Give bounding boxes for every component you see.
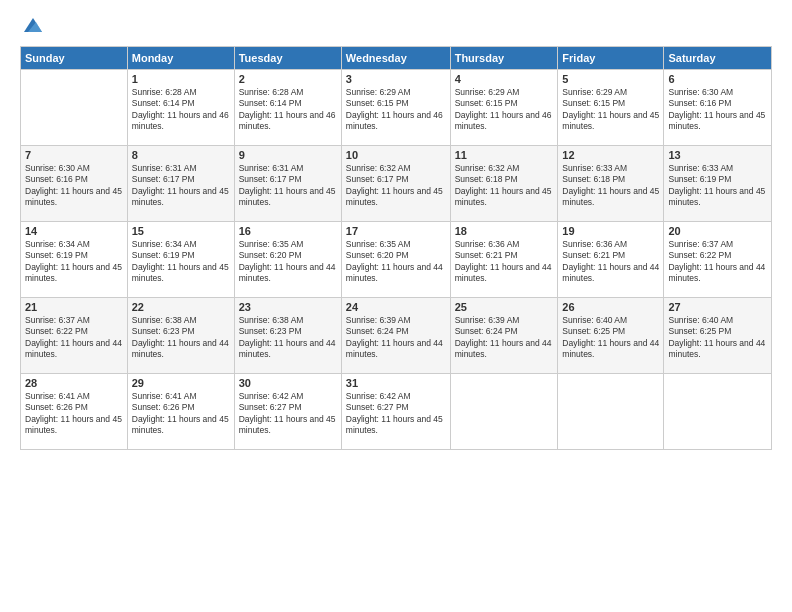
week-row-4: 21Sunrise: 6:37 AMSunset: 6:22 PMDayligh… [21,298,772,374]
cell-date: 27 [668,301,767,313]
cell-date: 29 [132,377,230,389]
cell-info: Sunrise: 6:39 AMSunset: 6:24 PMDaylight:… [455,315,554,361]
cell-date: 11 [455,149,554,161]
cell-date: 13 [668,149,767,161]
day-header-saturday: Saturday [664,47,772,70]
calendar-cell [664,374,772,450]
week-row-3: 14Sunrise: 6:34 AMSunset: 6:19 PMDayligh… [21,222,772,298]
calendar-cell: 6Sunrise: 6:30 AMSunset: 6:16 PMDaylight… [664,70,772,146]
calendar-cell: 4Sunrise: 6:29 AMSunset: 6:15 PMDaylight… [450,70,558,146]
cell-date: 20 [668,225,767,237]
cell-date: 17 [346,225,446,237]
cell-info: Sunrise: 6:42 AMSunset: 6:27 PMDaylight:… [239,391,337,437]
calendar-cell: 29Sunrise: 6:41 AMSunset: 6:26 PMDayligh… [127,374,234,450]
cell-date: 23 [239,301,337,313]
calendar-cell: 21Sunrise: 6:37 AMSunset: 6:22 PMDayligh… [21,298,128,374]
cell-date: 16 [239,225,337,237]
cell-info: Sunrise: 6:37 AMSunset: 6:22 PMDaylight:… [668,239,767,285]
cell-info: Sunrise: 6:30 AMSunset: 6:16 PMDaylight:… [668,87,767,133]
week-row-2: 7Sunrise: 6:30 AMSunset: 6:16 PMDaylight… [21,146,772,222]
cell-info: Sunrise: 6:36 AMSunset: 6:21 PMDaylight:… [455,239,554,285]
cell-date: 2 [239,73,337,85]
cell-info: Sunrise: 6:31 AMSunset: 6:17 PMDaylight:… [239,163,337,209]
cell-date: 18 [455,225,554,237]
calendar-cell: 8Sunrise: 6:31 AMSunset: 6:17 PMDaylight… [127,146,234,222]
cell-date: 14 [25,225,123,237]
day-header-sunday: Sunday [21,47,128,70]
page: SundayMondayTuesdayWednesdayThursdayFrid… [0,0,792,612]
calendar-cell: 14Sunrise: 6:34 AMSunset: 6:19 PMDayligh… [21,222,128,298]
cell-info: Sunrise: 6:36 AMSunset: 6:21 PMDaylight:… [562,239,659,285]
cell-info: Sunrise: 6:41 AMSunset: 6:26 PMDaylight:… [25,391,123,437]
day-header-friday: Friday [558,47,664,70]
calendar-cell: 30Sunrise: 6:42 AMSunset: 6:27 PMDayligh… [234,374,341,450]
cell-info: Sunrise: 6:35 AMSunset: 6:20 PMDaylight:… [239,239,337,285]
calendar-cell: 17Sunrise: 6:35 AMSunset: 6:20 PMDayligh… [341,222,450,298]
cell-date: 5 [562,73,659,85]
cell-info: Sunrise: 6:30 AMSunset: 6:16 PMDaylight:… [25,163,123,209]
cell-date: 4 [455,73,554,85]
calendar-cell: 20Sunrise: 6:37 AMSunset: 6:22 PMDayligh… [664,222,772,298]
cell-date: 10 [346,149,446,161]
calendar-cell: 23Sunrise: 6:38 AMSunset: 6:23 PMDayligh… [234,298,341,374]
logo-icon [22,14,44,36]
calendar-cell: 24Sunrise: 6:39 AMSunset: 6:24 PMDayligh… [341,298,450,374]
cell-date: 12 [562,149,659,161]
cell-info: Sunrise: 6:40 AMSunset: 6:25 PMDaylight:… [668,315,767,361]
cell-date: 25 [455,301,554,313]
calendar-cell: 9Sunrise: 6:31 AMSunset: 6:17 PMDaylight… [234,146,341,222]
week-row-5: 28Sunrise: 6:41 AMSunset: 6:26 PMDayligh… [21,374,772,450]
calendar-cell: 10Sunrise: 6:32 AMSunset: 6:17 PMDayligh… [341,146,450,222]
logo [20,18,44,36]
week-row-1: 1Sunrise: 6:28 AMSunset: 6:14 PMDaylight… [21,70,772,146]
cell-date: 19 [562,225,659,237]
day-header-thursday: Thursday [450,47,558,70]
cell-date: 21 [25,301,123,313]
calendar-cell: 13Sunrise: 6:33 AMSunset: 6:19 PMDayligh… [664,146,772,222]
day-header-monday: Monday [127,47,234,70]
cell-date: 30 [239,377,337,389]
day-header-wednesday: Wednesday [341,47,450,70]
calendar-cell: 28Sunrise: 6:41 AMSunset: 6:26 PMDayligh… [21,374,128,450]
cell-info: Sunrise: 6:41 AMSunset: 6:26 PMDaylight:… [132,391,230,437]
cell-info: Sunrise: 6:40 AMSunset: 6:25 PMDaylight:… [562,315,659,361]
cell-info: Sunrise: 6:42 AMSunset: 6:27 PMDaylight:… [346,391,446,437]
calendar-cell: 31Sunrise: 6:42 AMSunset: 6:27 PMDayligh… [341,374,450,450]
cell-date: 1 [132,73,230,85]
calendar-cell: 18Sunrise: 6:36 AMSunset: 6:21 PMDayligh… [450,222,558,298]
calendar-table: SundayMondayTuesdayWednesdayThursdayFrid… [20,46,772,450]
calendar-cell: 19Sunrise: 6:36 AMSunset: 6:21 PMDayligh… [558,222,664,298]
cell-info: Sunrise: 6:31 AMSunset: 6:17 PMDaylight:… [132,163,230,209]
calendar-cell [21,70,128,146]
calendar-cell: 25Sunrise: 6:39 AMSunset: 6:24 PMDayligh… [450,298,558,374]
cell-date: 22 [132,301,230,313]
cell-info: Sunrise: 6:28 AMSunset: 6:14 PMDaylight:… [239,87,337,133]
cell-date: 28 [25,377,123,389]
header-row: SundayMondayTuesdayWednesdayThursdayFrid… [21,47,772,70]
header [20,18,772,36]
calendar-cell: 5Sunrise: 6:29 AMSunset: 6:15 PMDaylight… [558,70,664,146]
calendar-cell: 27Sunrise: 6:40 AMSunset: 6:25 PMDayligh… [664,298,772,374]
cell-info: Sunrise: 6:34 AMSunset: 6:19 PMDaylight:… [132,239,230,285]
cell-date: 6 [668,73,767,85]
cell-date: 9 [239,149,337,161]
calendar-cell: 15Sunrise: 6:34 AMSunset: 6:19 PMDayligh… [127,222,234,298]
cell-date: 3 [346,73,446,85]
cell-info: Sunrise: 6:28 AMSunset: 6:14 PMDaylight:… [132,87,230,133]
calendar-cell: 3Sunrise: 6:29 AMSunset: 6:15 PMDaylight… [341,70,450,146]
calendar-cell [450,374,558,450]
calendar-cell: 1Sunrise: 6:28 AMSunset: 6:14 PMDaylight… [127,70,234,146]
cell-info: Sunrise: 6:35 AMSunset: 6:20 PMDaylight:… [346,239,446,285]
cell-info: Sunrise: 6:34 AMSunset: 6:19 PMDaylight:… [25,239,123,285]
cell-info: Sunrise: 6:29 AMSunset: 6:15 PMDaylight:… [346,87,446,133]
calendar-cell [558,374,664,450]
cell-date: 8 [132,149,230,161]
cell-info: Sunrise: 6:29 AMSunset: 6:15 PMDaylight:… [455,87,554,133]
cell-date: 15 [132,225,230,237]
day-header-tuesday: Tuesday [234,47,341,70]
calendar-cell: 26Sunrise: 6:40 AMSunset: 6:25 PMDayligh… [558,298,664,374]
cell-info: Sunrise: 6:33 AMSunset: 6:19 PMDaylight:… [668,163,767,209]
cell-date: 24 [346,301,446,313]
cell-info: Sunrise: 6:32 AMSunset: 6:17 PMDaylight:… [346,163,446,209]
cell-date: 31 [346,377,446,389]
